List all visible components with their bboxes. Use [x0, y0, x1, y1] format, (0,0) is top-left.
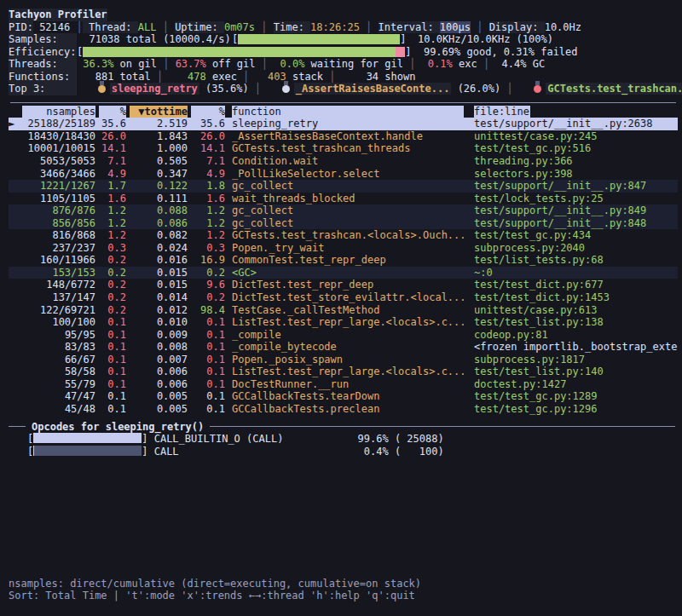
cell-file-line: subprocess.py:2040	[474, 242, 678, 255]
column-header-cumulative-pct[interactable]: %	[191, 106, 225, 118]
top-function-name: _AssertRaisesBaseConte...	[294, 83, 452, 95]
table-row[interactable]: 83/830.10.0080.1_compile_bytecode<frozen…	[9, 341, 678, 354]
row-pointer	[9, 378, 22, 391]
cell-cumulative-pct: 98.4	[191, 304, 225, 317]
column-header-direct-pct[interactable]: %	[99, 106, 126, 118]
separator: │	[360, 21, 379, 33]
column-header-file-line[interactable]: file:line	[474, 106, 530, 118]
cell-function: _compile_bytecode	[232, 341, 464, 354]
cell-file-line: selectors.py:398	[474, 168, 678, 181]
cell-cumulative-pct: 26.0	[191, 130, 225, 143]
cell-nsamples: 153/153	[22, 267, 95, 279]
table-header-row: nsamples%▼tottime%functionfile:line	[9, 106, 678, 118]
table-row[interactable]: 10001/1001514.11.00014.1GCTests.test_tra…	[9, 142, 678, 155]
cell-direct-pct: 0.2	[99, 304, 126, 317]
cell-nsamples: 45/48	[22, 403, 95, 416]
uptime-value: 0m07s	[224, 21, 255, 33]
footer-legend: nsamples: direct/cumulative (direct=exec…	[9, 578, 678, 590]
table-row[interactable]: 5053/50537.10.5057.1Condition.waitthread…	[9, 155, 678, 168]
time-label: Time:	[274, 21, 310, 33]
table-row[interactable]: 816/8681.20.0821.2GCTests.test_trashcan.…	[9, 229, 678, 242]
cell-function: Condition.wait	[232, 155, 464, 168]
efficiency-line: Efficiency:[] 99.69% good, 0.31% failed	[9, 46, 678, 59]
table-row[interactable]: 66/670.10.0070.1Popen._posix_spawnsubpro…	[9, 354, 678, 366]
cell-function: _compile	[232, 329, 464, 342]
row-pointer	[9, 193, 22, 205]
cell-file-line: test/support/__init__.py:849	[474, 204, 678, 217]
table-row[interactable]: 876/8761.20.0881.2gc_collecttest/support…	[9, 204, 678, 217]
top3-label: Top 3:	[9, 83, 77, 95]
table-row[interactable]: 100/1000.10.0100.1ListTest.test_repr_lar…	[9, 316, 678, 329]
cell-direct-pct: 1.2	[99, 217, 126, 230]
table-row[interactable]: 1221/12671.70.1221.8gc_collecttest/suppo…	[9, 180, 678, 193]
cell-tottime: 0.015	[130, 267, 188, 279]
cell-cumulative-pct: 0.3	[191, 242, 225, 255]
cell-cumulative-pct: 1.8	[191, 180, 225, 193]
cell-nsamples: 55/79	[22, 378, 95, 391]
table-row[interactable]: 58/580.10.0060.1ListTest.test_repr_large…	[9, 366, 678, 378]
samples-bar-group: []	[232, 33, 406, 46]
opcodes-title: Opcodes for sleeping_retry()	[26, 421, 210, 434]
functions-line: Functions: 881 total │ 478 exec │ 403 st…	[9, 71, 678, 83]
bracket: ]	[400, 33, 406, 45]
cell-cumulative-pct: 1.2	[191, 204, 225, 217]
pid-label: PID:	[9, 21, 33, 33]
table-row[interactable]: 47/470.10.0050.1GCCallbackTests.tearDown…	[9, 390, 678, 403]
cell-function: gc_collect	[232, 204, 464, 217]
separator: │	[500, 83, 512, 95]
table-row[interactable]: 18430/1843026.01.84326.0_AssertRaisesBas…	[9, 130, 678, 143]
cell-tottime: 2.519	[130, 118, 188, 130]
table-row[interactable]: 55/790.10.0060.1DocTestRunner.__rundocte…	[9, 378, 678, 391]
bracket: [	[77, 46, 83, 58]
cell-cumulative-pct: 14.1	[191, 142, 225, 155]
row-pointer	[9, 229, 22, 242]
cell-tottime: 0.012	[130, 304, 188, 317]
threads-line: Threads: 36.3% on gil │ 63.7% off gil │ …	[9, 58, 678, 71]
stat-value: 36.3%	[83, 58, 113, 70]
table-row[interactable]: 137/1470.20.0140.2DictTest.test_store_ev…	[9, 291, 678, 304]
cell-file-line: test/support/__init__.py:848	[474, 217, 678, 230]
cell-file-line: unittest/case.py:245	[474, 130, 678, 143]
cell-direct-pct: 0.1	[99, 366, 126, 378]
cell-cumulative-pct: 0.1	[191, 354, 225, 366]
stat-value: 403	[256, 71, 286, 83]
table-row[interactable]: 856/8561.20.0861.2gc_collecttest/support…	[9, 217, 678, 230]
table-row[interactable]: 1105/11051.60.1111.6wait_threads_blocked…	[9, 193, 678, 205]
table-row[interactable]: 3466/34664.90.3474.9_PollLikeSelector.se…	[9, 168, 678, 181]
opcode-row: [] CALL0.4% ( 100)	[27, 446, 678, 458]
table-row[interactable]: ►25188/2518935.62.51935.6sleeping_retryt…	[9, 118, 678, 130]
table-row[interactable]: 95/950.10.0090.1_compilecodeop.py:81	[9, 329, 678, 342]
cell-function: DocTestRunner.__run	[232, 378, 464, 391]
cell-cumulative-pct: 1.2	[191, 217, 225, 230]
column-header-tottime-sorted[interactable]: ▼tottime	[130, 106, 188, 118]
cell-cumulative-pct: 7.1	[191, 155, 225, 168]
stat-value: 0.1%	[422, 58, 453, 70]
bracket: ]	[142, 446, 153, 458]
opcode-name: CALL	[154, 446, 350, 458]
functions-label: Functions:	[9, 71, 77, 83]
table-row[interactable]: 45/480.10.0050.1GCCallbackTests.preclean…	[9, 403, 678, 416]
cell-function: CommonTest.test_repr_deep	[232, 254, 464, 267]
column-header-nsamples[interactable]: nsamples	[22, 106, 95, 118]
column-header-function[interactable]: function	[232, 106, 464, 118]
table-row[interactable]: 160/119660.20.01616.9CommonTest.test_rep…	[9, 254, 678, 267]
table-row[interactable]: 122/697210.20.01298.4TestCase._callTestM…	[9, 304, 678, 317]
rule-segment	[9, 426, 26, 427]
cell-file-line: test/test_gc.py:434	[474, 229, 678, 242]
threads-label: Threads:	[9, 58, 77, 71]
row-pointer	[9, 142, 22, 155]
cell-file-line: test/test_list.py:138	[474, 316, 678, 329]
row-pointer	[9, 291, 22, 304]
table-row[interactable]: 148/67720.20.0159.6DictTest.test_repr_de…	[9, 279, 678, 291]
cell-nsamples: 47/47	[22, 390, 95, 403]
cell-direct-pct: 0.1	[99, 378, 126, 391]
row-pointer	[9, 242, 22, 255]
cell-direct-pct: 0.1	[99, 329, 126, 342]
cell-cumulative-pct: 0.1	[191, 366, 225, 378]
stat-unit: GC	[526, 58, 545, 70]
top-function-pct: (26.0%)	[451, 83, 500, 95]
table-row[interactable]: 237/2370.30.0240.3Popen._try_waitsubproc…	[9, 242, 678, 255]
table-row[interactable]: 153/1530.20.0150.2<GC>~:0	[9, 267, 678, 279]
cell-direct-pct: 0.3	[99, 242, 126, 255]
cell-file-line: test/test_gc.py:1296	[474, 403, 678, 416]
